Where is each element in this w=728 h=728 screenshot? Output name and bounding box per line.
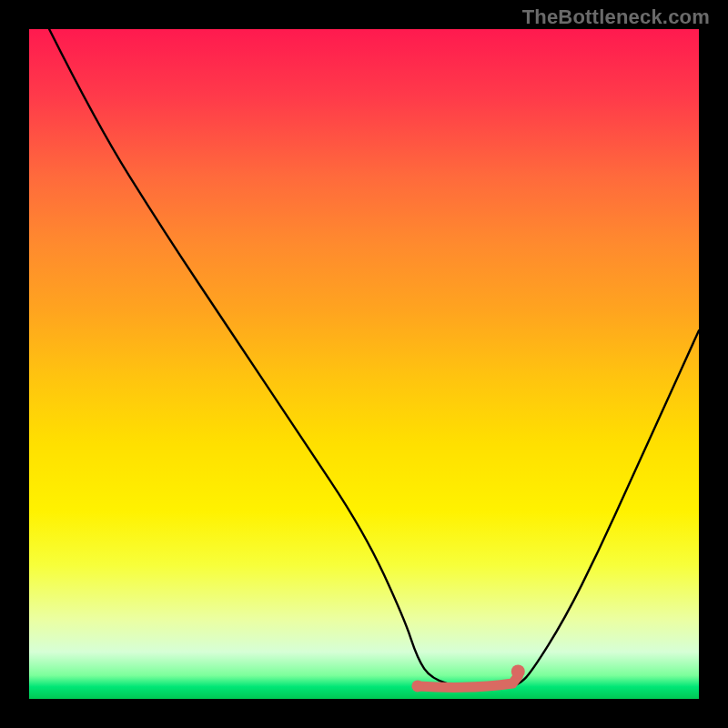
highlight-group <box>411 664 524 692</box>
plot-area <box>29 29 699 699</box>
curve-group <box>49 29 699 689</box>
optimal-start-dot <box>411 680 423 692</box>
watermark-label: TheBottleneck.com <box>522 5 710 29</box>
optimal-end-dot <box>511 664 525 678</box>
chart-frame: TheBottleneck.com <box>0 0 728 728</box>
bottleneck-curve <box>49 29 699 689</box>
bottleneck-chart <box>29 29 699 699</box>
